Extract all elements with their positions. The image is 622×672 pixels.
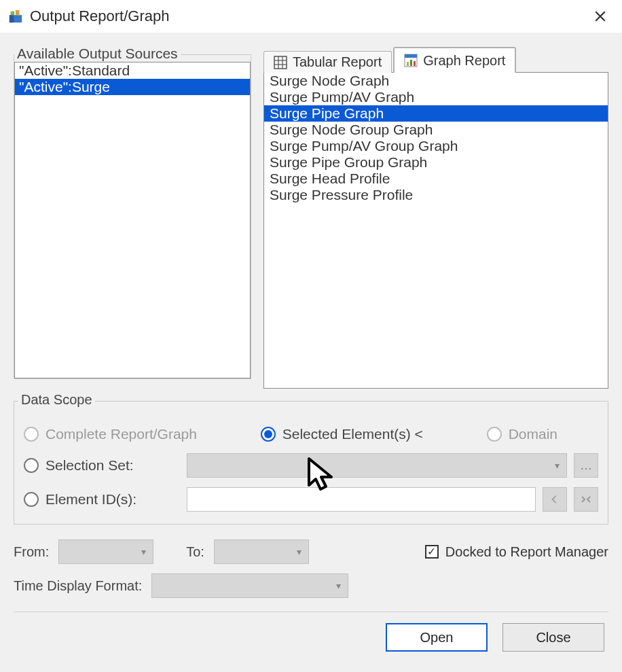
svg-rect-12 bbox=[410, 60, 412, 66]
svg-rect-2 bbox=[11, 12, 15, 16]
report-type-item[interactable]: Surge Node Group Graph bbox=[264, 122, 608, 138]
svg-rect-11 bbox=[407, 62, 409, 66]
radio-selection-set[interactable]: Selection Set: bbox=[24, 457, 134, 474]
selection-set-browse-button[interactable]: … bbox=[574, 453, 598, 478]
chevron-down-icon: ▾ bbox=[141, 546, 146, 557]
window-title: Output Report/Graph bbox=[30, 7, 587, 25]
to-combo[interactable]: ▾ bbox=[214, 540, 309, 564]
output-source-item[interactable]: "Active":Surge bbox=[15, 79, 250, 95]
tab-tabular-label: Tabular Report bbox=[293, 54, 382, 70]
open-button[interactable]: Open bbox=[386, 623, 488, 652]
radio-domain[interactable]: Domain bbox=[487, 426, 557, 442]
app-icon bbox=[8, 9, 23, 24]
data-scope-legend: Data Scope bbox=[18, 392, 95, 408]
close-button[interactable]: Close bbox=[502, 623, 604, 652]
from-combo[interactable]: ▾ bbox=[58, 540, 153, 564]
radio-selected-elements[interactable]: Selected Element(s) < bbox=[261, 426, 423, 442]
report-type-item[interactable]: Surge Pump/AV Graph bbox=[264, 89, 608, 105]
to-label: To: bbox=[186, 544, 204, 560]
output-sources-list[interactable]: "Active":Standard"Active":Surge bbox=[14, 62, 251, 378]
report-type-item[interactable]: Surge Pipe Group Graph bbox=[264, 154, 608, 171]
element-prev-button[interactable] bbox=[543, 487, 567, 512]
svg-rect-1 bbox=[10, 15, 14, 22]
title-bar: Output Report/Graph bbox=[0, 0, 622, 33]
report-type-item[interactable]: Surge Pipe Graph bbox=[264, 105, 608, 122]
report-type-item[interactable]: Surge Pressure Profile bbox=[264, 187, 608, 203]
svg-rect-13 bbox=[414, 61, 416, 66]
time-format-combo[interactable]: ▾ bbox=[151, 573, 348, 598]
chevron-down-icon: ▾ bbox=[297, 546, 301, 557]
available-output-sources-legend: Available Output Sources bbox=[14, 46, 181, 62]
svg-rect-4 bbox=[274, 56, 287, 69]
report-type-item[interactable]: Surge Head Profile bbox=[264, 171, 608, 187]
data-scope-group: Data Scope Complete Report/Graph Selecte… bbox=[14, 401, 608, 525]
radio-bullet-icon bbox=[487, 427, 502, 442]
radio-domain-label: Domain bbox=[509, 426, 557, 442]
radio-bullet-icon bbox=[24, 427, 39, 442]
radio-element-ids[interactable]: Element ID(s): bbox=[24, 491, 136, 508]
table-icon bbox=[274, 56, 287, 69]
available-output-sources-group: Available Output Sources "Active":Standa… bbox=[14, 54, 251, 379]
tab-graph-report[interactable]: Graph Report bbox=[393, 47, 516, 73]
radio-bullet-icon bbox=[24, 492, 39, 507]
chevron-down-icon: ▾ bbox=[336, 580, 341, 591]
report-type-item[interactable]: Surge Node Graph bbox=[264, 73, 608, 89]
from-label: From: bbox=[14, 544, 49, 560]
element-pick-button[interactable] bbox=[574, 487, 598, 512]
svg-rect-3 bbox=[16, 10, 20, 15]
report-type-item[interactable]: Surge Pump/AV Group Graph bbox=[264, 138, 608, 154]
docked-label: Docked to Report Manager bbox=[445, 544, 608, 560]
report-tabs: Tabular Report Graph Report bbox=[263, 46, 608, 72]
radio-complete-label: Complete Report/Graph bbox=[45, 426, 197, 442]
report-type-list[interactable]: Surge Node GraphSurge Pump/AV GraphSurge… bbox=[263, 72, 608, 389]
radio-selected-label: Selected Element(s) < bbox=[282, 426, 423, 442]
tab-graph-label: Graph Report bbox=[423, 53, 505, 69]
checkbox-box-icon bbox=[425, 545, 439, 559]
separator bbox=[14, 612, 608, 612]
chart-icon bbox=[404, 54, 418, 67]
tab-tabular-report[interactable]: Tabular Report bbox=[263, 51, 392, 73]
chevron-down-icon: ▾ bbox=[555, 460, 560, 471]
svg-rect-10 bbox=[405, 54, 417, 58]
docked-checkbox[interactable]: Docked to Report Manager bbox=[425, 544, 608, 560]
radio-complete-report[interactable]: Complete Report/Graph bbox=[24, 426, 197, 442]
time-format-label: Time Display Format: bbox=[14, 578, 142, 594]
element-ids-label: Element ID(s): bbox=[45, 491, 136, 508]
radio-bullet-icon bbox=[24, 458, 39, 473]
output-source-item[interactable]: "Active":Standard bbox=[15, 63, 250, 79]
selection-set-combo[interactable]: ▾ bbox=[187, 453, 567, 478]
selection-set-label: Selection Set: bbox=[45, 457, 134, 474]
element-ids-input[interactable] bbox=[187, 487, 536, 512]
radio-bullet-icon bbox=[261, 427, 276, 442]
window-close-button[interactable] bbox=[587, 3, 614, 30]
